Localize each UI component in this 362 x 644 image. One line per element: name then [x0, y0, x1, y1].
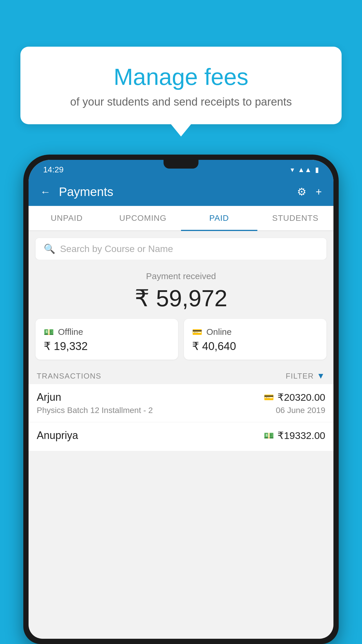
- tooltip-card: Manage fees of your students and send re…: [20, 47, 342, 124]
- transactions-header: TRANSACTIONS FILTER ▼: [29, 367, 333, 384]
- transaction-top-arjun: Arjun 💳 ₹20320.00: [37, 391, 325, 403]
- filter-label: FILTER: [286, 372, 314, 381]
- app-header-left: ← Payments: [40, 185, 113, 199]
- back-button[interactable]: ←: [40, 186, 51, 198]
- online-icon: 💳: [192, 327, 202, 337]
- phone-screen: 14:29 ▾ ▲▲ ▮ ← Payments ⚙ + UNPAID UPCOM…: [29, 160, 333, 639]
- table-row[interactable]: Anupriya 💵 ₹19332.00: [29, 422, 333, 451]
- search-placeholder-text: Search by Course or Name: [60, 244, 173, 254]
- filter-icon: ▼: [317, 371, 325, 381]
- tooltip-title: Manage fees: [38, 64, 324, 90]
- search-icon: 🔍: [44, 243, 55, 254]
- status-icons: ▾ ▲▲ ▮: [291, 166, 319, 174]
- transaction-value: ₹20320.00: [277, 391, 325, 403]
- table-row[interactable]: Arjun 💳 ₹20320.00 Physics Batch 12 Insta…: [29, 384, 333, 422]
- status-time: 14:29: [43, 165, 64, 174]
- app-header: ← Payments ⚙ +: [29, 178, 333, 206]
- transaction-name: Arjun: [37, 391, 61, 403]
- search-bar[interactable]: 🔍 Search by Course or Name: [36, 238, 326, 260]
- transaction-value: ₹19332.00: [277, 430, 325, 441]
- tab-paid[interactable]: PAID: [181, 206, 257, 230]
- payment-cards: 💵 Offline ₹ 19,332 💳 Online ₹ 40,640: [29, 319, 333, 367]
- app-header-right: ⚙ +: [297, 186, 322, 198]
- transaction-amount-arjun: 💳 ₹20320.00: [264, 391, 325, 403]
- offline-card-header: 💵 Offline: [44, 327, 170, 337]
- transaction-date: 06 June 2019: [276, 406, 325, 415]
- tab-unpaid[interactable]: UNPAID: [29, 206, 105, 230]
- app-title: Payments: [59, 185, 113, 199]
- tabs: UNPAID UPCOMING PAID STUDENTS: [29, 206, 333, 231]
- online-card: 💳 Online ₹ 40,640: [184, 319, 326, 360]
- payment-amount: ₹ 59,972: [34, 285, 328, 312]
- tab-upcoming[interactable]: UPCOMING: [105, 206, 181, 230]
- transaction-name: Anupriya: [37, 429, 78, 442]
- wifi-icon: ▾: [291, 166, 294, 174]
- phone-notch: [164, 160, 198, 169]
- tab-students[interactable]: STUDENTS: [257, 206, 334, 230]
- offline-icon: 💵: [44, 327, 54, 337]
- transaction-amount-anupriya: 💵 ₹19332.00: [264, 430, 325, 441]
- transaction-top-anupriya: Anupriya 💵 ₹19332.00: [37, 429, 325, 442]
- offline-label: Offline: [58, 327, 83, 337]
- payment-label: Payment received: [34, 271, 328, 281]
- payment-section: Payment received ₹ 59,972: [29, 260, 333, 319]
- filter-button[interactable]: FILTER ▼: [286, 371, 325, 381]
- add-icon[interactable]: +: [316, 186, 322, 198]
- battery-icon: ▮: [315, 166, 319, 174]
- signal-icon: ▲▲: [298, 166, 312, 174]
- online-label: Online: [206, 327, 232, 337]
- transaction-description: Physics Batch 12 Installment - 2: [37, 406, 153, 415]
- phone-frame: 14:29 ▾ ▲▲ ▮ ← Payments ⚙ + UNPAID UPCOM…: [23, 155, 339, 644]
- transaction-list: Arjun 💳 ₹20320.00 Physics Batch 12 Insta…: [29, 384, 333, 451]
- transaction-bottom-arjun: Physics Batch 12 Installment - 2 06 June…: [37, 406, 325, 415]
- payment-type-icon-offline: 💵: [264, 431, 274, 440]
- offline-amount: ₹ 19,332: [44, 340, 170, 353]
- online-amount: ₹ 40,640: [192, 340, 318, 353]
- settings-icon[interactable]: ⚙: [297, 186, 306, 198]
- transactions-label: TRANSACTIONS: [37, 372, 101, 381]
- offline-card: 💵 Offline ₹ 19,332: [36, 319, 178, 360]
- online-card-header: 💳 Online: [192, 327, 318, 337]
- payment-type-icon-online: 💳: [264, 393, 274, 402]
- tooltip-subtitle: of your students and send receipts to pa…: [38, 96, 324, 108]
